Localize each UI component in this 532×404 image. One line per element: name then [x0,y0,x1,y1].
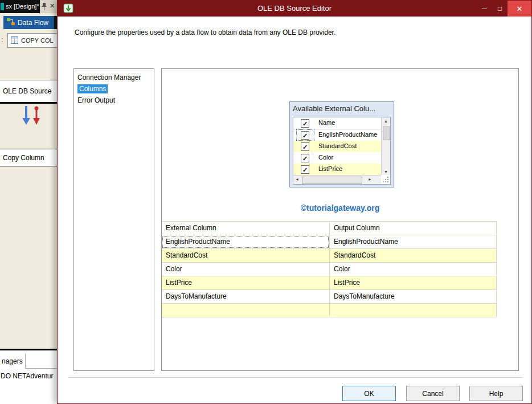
data-flow-tab[interactable]: Data Flow [3,16,54,29]
grid-row[interactable]: StandardCost StandardCost [162,248,497,262]
grid-row[interactable]: Color Color [162,262,497,276]
minimize-button[interactable]: ─ [477,1,492,17]
document-tabstrip: sx [Design]* ✕ [0,0,58,13]
nav-item-connection-manager[interactable]: Connection Manager [74,72,154,83]
data-flow-icon [7,18,15,27]
copy-col-combo[interactable]: COPY COL [7,33,58,48]
output-column-header[interactable]: Output Column [329,222,497,235]
available-external-columns-title: Available External Colu... [290,102,394,113]
list-header-row[interactable]: ✓ Name [293,117,381,129]
external-columns-list: ✓ Name ✓ EnglishProductName ✓ StandardCo… [293,117,391,185]
nav-item-label: Connection Manager [77,74,141,81]
divider [25,368,58,369]
grid-header-row: External Column Output Column [162,221,497,235]
help-button[interactable]: Help [469,386,523,401]
external-column-cell[interactable]: Color [162,263,329,276]
dialog-title: OLE DB Source Editor [58,4,531,13]
check-icon: ✓ [302,132,308,139]
check-icon: ✓ [302,120,308,127]
cancel-button[interactable]: Cancel [406,386,460,401]
output-column-cell[interactable] [329,304,497,317]
document-tab[interactable]: sx [Design]* [0,0,40,13]
connection-managers-tab[interactable]: nagers [2,357,23,365]
connection-manager-item[interactable]: DO NETAdventur [1,372,53,380]
column-label: ListPrice [318,165,342,172]
column-label: EnglishProductName [318,131,377,138]
external-column-cell[interactable] [162,304,329,317]
divider [25,354,26,368]
vs-background: sx [Design]* ✕ Data Flow : COPY COL OLE … [0,0,58,404]
scrollbar-thumb[interactable] [383,126,390,140]
name-column-header: Name [318,119,335,126]
copy-column-shape[interactable]: Copy Column [0,149,58,166]
select-all-checkbox[interactable]: ✓ [301,119,309,128]
output-column-cell[interactable]: DaysToManufacture [329,290,497,303]
list-item[interactable]: ✓ Color [293,152,381,164]
ole-db-source-label: OLE DB Source [3,87,51,95]
ok-button[interactable]: OK [342,386,396,401]
dialog-description: Configure the properties used by a data … [75,28,335,36]
divider [68,377,522,378]
divider [496,221,497,317]
grid-row[interactable]: EnglishProductName EnglishProductName [162,235,497,248]
nav-item-label-selected: Columns [77,84,108,93]
scrollbar-thumb[interactable] [302,177,362,184]
external-column-cell[interactable]: StandardCost [162,249,329,262]
scroll-left-icon[interactable]: ◄ [295,177,299,181]
dialog-titlebar[interactable]: OLE DB Source Editor ─ □ ✕ [58,1,531,17]
column-checkbox[interactable]: ✓ [301,154,309,162]
columns-page-panel: Available External Colu... ✓ Name ✓ Engl… [161,68,519,371]
list-item[interactable]: ✓ ListPrice [293,164,381,175]
external-column-cell[interactable]: EnglishProductName [162,235,329,248]
grid-row[interactable]: DaysToManufacture DaysToManufacture [162,289,497,303]
horizontal-scrollbar[interactable]: ◄ ► [293,175,381,184]
check-icon: ✓ [302,155,308,162]
check-icon: ✓ [302,144,308,150]
dataflow-path-blue-arrow[interactable] [22,106,30,125]
output-column-cell[interactable]: StandardCost [329,249,497,262]
column-checkbox[interactable]: ✓ [301,131,309,140]
error-path-red-arrow[interactable] [32,106,40,125]
scroll-up-icon[interactable]: ▲ [384,119,388,123]
grid-row[interactable] [162,303,497,317]
available-external-columns-box: Available External Colu... ✓ Name ✓ Engl… [289,101,394,187]
nav-item-error-output[interactable]: Error Output [74,95,154,106]
scroll-down-icon[interactable]: ▼ [384,170,388,174]
column-checkbox[interactable]: ✓ [301,165,309,174]
document-tab-label: sx [Design]* [6,3,39,10]
copy-column-label: Copy Column [3,154,44,162]
external-column-cell[interactable]: ListPrice [162,276,329,289]
list-item[interactable]: ✓ EnglishProductName [293,129,381,141]
copy-column-grid-icon [11,36,18,45]
connection-managers-pane: nagers DO NETAdventur [0,350,58,404]
nav-item-columns[interactable]: Columns [74,83,154,95]
tab-accent-icon [1,3,4,10]
external-column-cell[interactable]: DaysToManufacture [162,290,329,303]
window-controls: ─ □ ✕ [477,1,531,17]
column-label: StandardCost [318,142,357,149]
pin-icon[interactable] [41,2,47,13]
resize-grip[interactable] [381,175,390,184]
data-flow-label: Data Flow [18,19,48,27]
close-button[interactable]: ✕ [508,1,531,17]
toolbar-label-fragment: : [1,35,3,44]
column-label: Color [318,154,333,161]
list-item[interactable]: ✓ StandardCost [293,141,381,152]
selection-border [0,102,58,104]
tab-close-icon[interactable]: ✕ [50,2,55,10]
maximize-button[interactable]: □ [492,1,508,17]
nav-item-label: Error Output [77,96,115,104]
screen: sx [Design]* ✕ Data Flow : COPY COL OLE … [0,0,532,404]
output-column-cell[interactable]: EnglishProductName [329,235,497,248]
output-column-cell[interactable]: Color [329,263,497,276]
external-columns-rows: ✓ Name ✓ EnglishProductName ✓ StandardCo… [293,117,381,175]
external-column-header[interactable]: External Column [162,222,329,235]
watermark: ©tutorialgateway.org [162,203,518,213]
scroll-right-icon[interactable]: ► [368,177,372,181]
ole-db-source-shape[interactable]: OLE DB Source [0,80,58,102]
output-column-cell[interactable]: ListPrice [329,276,497,289]
grid-row[interactable]: ListPrice ListPrice [162,276,497,289]
column-checkbox[interactable]: ✓ [301,142,309,151]
pages-list: Connection Manager Columns Error Output [73,68,154,371]
vertical-scrollbar[interactable]: ▲ ▼ [381,117,390,175]
